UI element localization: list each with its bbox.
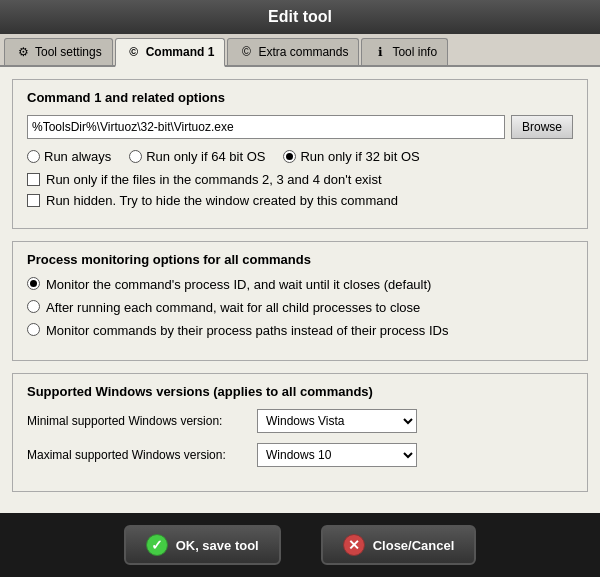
run-hidden-checkbox[interactable] [27, 194, 40, 207]
max-version-row: Maximal supported Windows version: Windo… [27, 443, 573, 467]
title-bar: Edit tool [0, 0, 600, 34]
info-icon: ℹ [372, 44, 388, 60]
run-always-radio[interactable]: Run always [27, 149, 111, 164]
min-version-label: Minimal supported Windows version: [27, 414, 257, 428]
monitor-child-row[interactable]: After running each command, wait for all… [27, 300, 573, 315]
tab-extra-commands-label: Extra commands [258, 45, 348, 59]
run-options-row: Run always Run only if 64 bit OS Run onl… [27, 149, 573, 164]
monitor-pid-radio [27, 277, 40, 290]
ok-save-button[interactable]: ✓ OK, save tool [124, 525, 281, 565]
monitor-child-label: After running each command, wait for all… [46, 300, 420, 315]
run-32bit-radio-indicator [283, 150, 296, 163]
tab-tool-settings[interactable]: ⚙ Tool settings [4, 38, 113, 65]
run-32bit-radio[interactable]: Run only if 32 bit OS [283, 149, 419, 164]
run-hidden-row[interactable]: Run hidden. Try to hide the window creat… [27, 193, 573, 208]
tab-extra-commands[interactable]: © Extra commands [227, 38, 359, 65]
run-if-not-exist-row[interactable]: Run only if the files in the commands 2,… [27, 172, 573, 187]
min-version-row: Minimal supported Windows version: Windo… [27, 409, 573, 433]
tab-command-1-label: Command 1 [146, 45, 215, 59]
windows-section-title: Supported Windows versions (applies to a… [27, 384, 573, 399]
content-area: Command 1 and related options Browse Run… [0, 67, 600, 513]
tab-tool-settings-label: Tool settings [35, 45, 102, 59]
monitor-path-radio [27, 323, 40, 336]
tab-tool-info-label: Tool info [392, 45, 437, 59]
command-input[interactable] [27, 115, 505, 139]
process-section-title: Process monitoring options for all comma… [27, 252, 573, 267]
max-version-select[interactable]: Windows Vista Windows 7 Windows 8 Window… [257, 443, 417, 467]
process-section: Process monitoring options for all comma… [12, 241, 588, 361]
run-hidden-label: Run hidden. Try to hide the window creat… [46, 193, 398, 208]
monitor-pid-label: Monitor the command's process ID, and wa… [46, 277, 431, 292]
run-if-not-exist-checkbox[interactable] [27, 173, 40, 186]
run-64bit-radio[interactable]: Run only if 64 bit OS [129, 149, 265, 164]
footer: ✓ OK, save tool ✕ Close/Cancel [0, 513, 600, 577]
browse-button[interactable]: Browse [511, 115, 573, 139]
command-icon: © [126, 44, 142, 60]
run-always-label: Run always [44, 149, 111, 164]
tab-bar: ⚙ Tool settings © Command 1 © Extra comm… [0, 34, 600, 67]
monitor-path-label: Monitor commands by their process paths … [46, 323, 448, 338]
monitor-child-radio [27, 300, 40, 313]
run-always-radio-indicator [27, 150, 40, 163]
run-64bit-label: Run only if 64 bit OS [146, 149, 265, 164]
dialog-title: Edit tool [268, 8, 332, 25]
extra-commands-icon: © [238, 44, 254, 60]
gear-icon: ⚙ [15, 44, 31, 60]
command-input-row: Browse [27, 115, 573, 139]
ok-label: OK, save tool [176, 538, 259, 553]
ok-icon: ✓ [146, 534, 168, 556]
command-section: Command 1 and related options Browse Run… [12, 79, 588, 229]
monitor-pid-row[interactable]: Monitor the command's process ID, and wa… [27, 277, 573, 292]
windows-section: Supported Windows versions (applies to a… [12, 373, 588, 492]
min-version-select[interactable]: Windows XP Windows Vista Windows 7 Windo… [257, 409, 417, 433]
tab-command-1[interactable]: © Command 1 [115, 38, 226, 67]
max-version-label: Maximal supported Windows version: [27, 448, 257, 462]
tab-tool-info[interactable]: ℹ Tool info [361, 38, 448, 65]
run-if-not-exist-label: Run only if the files in the commands 2,… [46, 172, 382, 187]
cancel-button[interactable]: ✕ Close/Cancel [321, 525, 477, 565]
monitor-path-row[interactable]: Monitor commands by their process paths … [27, 323, 573, 338]
command-section-title: Command 1 and related options [27, 90, 573, 105]
cancel-label: Close/Cancel [373, 538, 455, 553]
run-32bit-label: Run only if 32 bit OS [300, 149, 419, 164]
run-64bit-radio-indicator [129, 150, 142, 163]
cancel-icon: ✕ [343, 534, 365, 556]
